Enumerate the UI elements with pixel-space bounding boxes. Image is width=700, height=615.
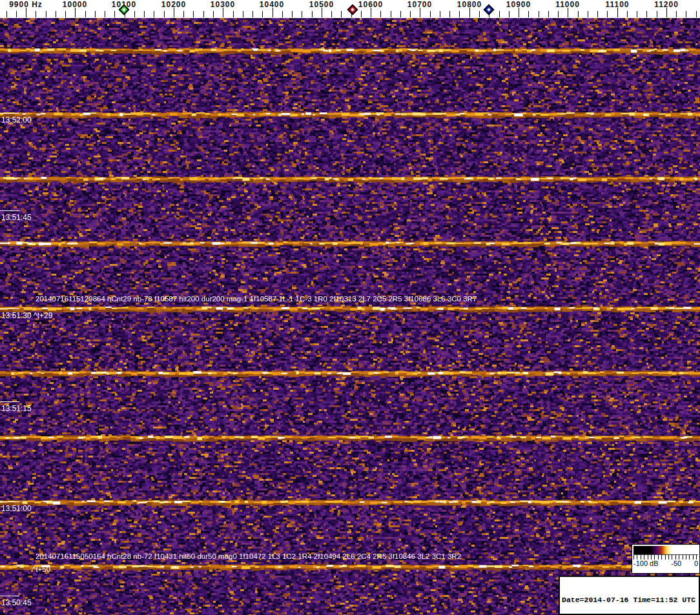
freq-tick-label: 11100 xyxy=(605,0,629,9)
color-scale-ticks xyxy=(633,555,698,560)
scale-max-label: 0 xyxy=(694,560,698,568)
detection-annotation: 20140716115129864 hCnt29 nb-78 f10587 hi… xyxy=(36,295,477,303)
freq-tick-label: 10300 xyxy=(211,0,235,9)
scale-mid-label: -50 xyxy=(671,560,681,568)
time-label: 13:51:15 xyxy=(1,404,32,413)
marker-center-dot xyxy=(487,8,491,12)
color-scale-gradient xyxy=(633,546,698,555)
freq-tick-label: 11200 xyxy=(654,0,679,9)
freq-tick-label: 10400 xyxy=(260,0,284,9)
info-date-time: Date=2014-07-16 Time=11:52 UTC xyxy=(562,596,697,605)
color-scale-legend: -100 dB -50 0 xyxy=(632,544,700,574)
freq-tick-label: 11000 xyxy=(555,0,580,9)
time-label: 13:51:45 xyxy=(1,213,32,222)
marker-center-dot xyxy=(122,8,126,12)
frequency-ruler: 9900 Hz 10000 10100 10200 10300 10400 10… xyxy=(0,0,700,18)
detection-annotation: 20140716115050164 hCnt28 nb-72 f10431 hi… xyxy=(36,552,461,560)
scale-min-label: -100 dB xyxy=(633,560,659,568)
time-label: 13:52:00 xyxy=(1,116,32,125)
time-label: 13:51:00 xyxy=(1,504,32,513)
marker-center-dot xyxy=(351,8,355,12)
spectrogram-canvas[interactable] xyxy=(0,18,700,615)
freq-tick-label: 10200 xyxy=(161,0,186,9)
trigger-annotation: ^t+50 xyxy=(32,565,50,573)
freq-tick-label: 10500 xyxy=(309,0,334,9)
freq-tick-label: 9900 Hz xyxy=(9,0,43,9)
spectrogram-app-window: 9900 Hz 10000 10100 10200 10300 10400 10… xyxy=(0,0,700,615)
freq-tick-label: 10900 xyxy=(506,0,531,9)
freq-tick-label: 10800 xyxy=(457,0,482,9)
freq-tick-label: 10000 xyxy=(63,0,87,9)
freq-tick-label: 10700 xyxy=(407,0,432,9)
freq-tick-label: 10600 xyxy=(358,0,383,9)
time-label: 13:51:30 ^t+29 xyxy=(1,311,52,320)
status-info-box: Date=2014-07-16 Time=11:52 UTC Freq=143 … xyxy=(559,576,700,615)
blue-frequency-marker-icon[interactable] xyxy=(484,5,495,15)
red-frequency-marker-icon[interactable] xyxy=(347,5,358,15)
time-label: 13:50:45 xyxy=(1,598,32,607)
